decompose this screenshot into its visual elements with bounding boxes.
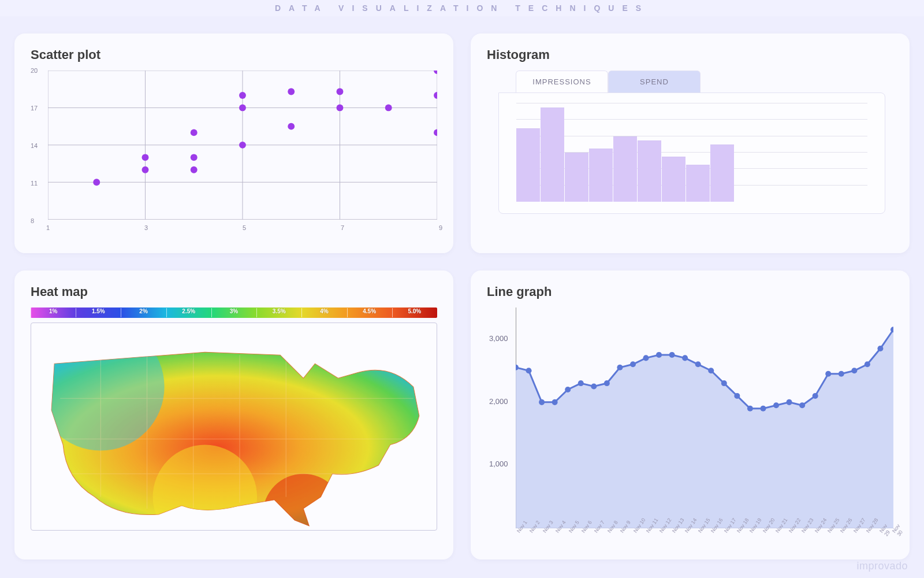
line-point xyxy=(839,371,844,377)
page-title: DATA VISUALIZATION TECHNIQUES xyxy=(0,0,924,16)
line-point xyxy=(773,402,779,408)
line-point xyxy=(565,387,571,392)
scatter-point xyxy=(239,142,246,149)
scatter-point xyxy=(142,154,149,161)
line-point xyxy=(787,399,792,405)
histogram-bar xyxy=(613,136,637,202)
histogram-tabs: IMPRESSIONS SPEND xyxy=(516,71,893,92)
histogram-bars xyxy=(516,103,735,202)
scatter-ytick: 20 xyxy=(31,67,38,74)
histogram-bar xyxy=(662,157,685,202)
scatter-point xyxy=(337,88,344,95)
brand-watermark: improvado xyxy=(856,560,908,572)
scatter-point xyxy=(434,129,437,136)
scatter-xtick: 9 xyxy=(439,224,442,231)
histogram-bar xyxy=(589,149,613,202)
legend-stop: 4% xyxy=(301,307,346,318)
scatter-point xyxy=(288,88,295,95)
line-plot: 1,0002,0003,000 Nov 1Nov 2Nov 3Nov 4Nov … xyxy=(487,307,893,544)
scatter-point xyxy=(434,92,437,99)
legend-stop: 3.5% xyxy=(256,307,301,318)
line-area xyxy=(516,329,893,528)
line-point xyxy=(825,371,831,377)
scatter-ytick: 14 xyxy=(31,142,38,149)
scatter-point xyxy=(239,92,246,99)
legend-stop: 1.5% xyxy=(76,307,121,318)
line-point xyxy=(578,380,584,386)
chart-grid: Scatter plot 81114172013579 Histogram IM… xyxy=(0,16,924,578)
histogram-bar xyxy=(638,140,661,202)
legend-stop: 2% xyxy=(121,307,166,318)
histogram-bar xyxy=(565,153,588,202)
scatter-xtick: 5 xyxy=(243,224,246,231)
card-linegraph: Line graph 1,0002,0003,000 Nov 1Nov 2Nov… xyxy=(471,271,910,560)
line-ytick: 1,000 xyxy=(489,460,508,468)
heatmap-title: Heat map xyxy=(31,284,437,299)
scatter-ytick: 17 xyxy=(31,105,38,112)
scatter-xtick: 1 xyxy=(46,224,50,231)
scatter-plot: 81114172013579 xyxy=(31,71,437,238)
card-scatter: Scatter plot 81114172013579 xyxy=(14,34,453,253)
card-heatmap: Heat map 1%1.5%2%2.5%3%3.5%4%4.5%5.0% xyxy=(14,271,453,560)
scatter-ytick: 8 xyxy=(31,217,34,224)
scatter-point xyxy=(434,71,437,74)
us-map-svg xyxy=(31,323,437,531)
tab-spend[interactable]: SPEND xyxy=(608,71,701,92)
histogram-bar xyxy=(541,108,564,202)
line-point xyxy=(682,355,688,361)
histogram-bar xyxy=(710,144,734,202)
line-point xyxy=(591,384,597,390)
scatter-xtick: 3 xyxy=(144,224,148,231)
line-point xyxy=(617,365,623,370)
scatter-point xyxy=(337,104,344,111)
histogram-box xyxy=(498,92,885,214)
scatter-point xyxy=(142,166,149,173)
scatter-point xyxy=(239,104,246,111)
scatter-point xyxy=(385,104,392,111)
tab-impressions[interactable]: IMPRESSIONS xyxy=(516,71,608,92)
line-point xyxy=(643,355,649,361)
line-point xyxy=(552,399,558,405)
line-point xyxy=(865,361,870,367)
line-point xyxy=(604,380,610,386)
scatter-point xyxy=(288,123,295,130)
line-point xyxy=(630,361,636,367)
line-point xyxy=(539,399,545,405)
line-xtick: Nov 30 xyxy=(891,523,910,540)
line-ytick: 2,000 xyxy=(489,397,508,406)
line-svg xyxy=(516,307,893,528)
line-point xyxy=(656,352,662,358)
scatter-point xyxy=(191,166,198,173)
line-point xyxy=(813,393,818,399)
line-ytick: 3,000 xyxy=(489,334,508,343)
line-point xyxy=(799,402,805,408)
legend-stop: 1% xyxy=(31,307,76,318)
scatter-point xyxy=(191,154,198,161)
histogram-bar xyxy=(516,128,540,202)
line-point xyxy=(851,368,857,373)
scatter-title: Scatter plot xyxy=(31,47,437,62)
line-point xyxy=(734,393,740,399)
line-point xyxy=(708,368,714,373)
legend-stop: 2.5% xyxy=(166,307,211,318)
heatmap-map xyxy=(31,323,437,531)
scatter-svg xyxy=(48,71,437,220)
line-point xyxy=(669,352,675,358)
line-point xyxy=(877,346,883,351)
legend-stop: 3% xyxy=(211,307,256,318)
heatmap-legend: 1%1.5%2%2.5%3%3.5%4%4.5%5.0% xyxy=(31,307,437,318)
linegraph-title: Line graph xyxy=(487,284,893,299)
line-point xyxy=(891,327,893,332)
card-histogram: Histogram IMPRESSIONS SPEND xyxy=(471,34,910,253)
legend-stop: 5.0% xyxy=(392,307,437,318)
line-point xyxy=(721,380,727,386)
line-point xyxy=(695,361,701,367)
line-point xyxy=(760,406,766,412)
line-point xyxy=(526,368,532,373)
line-point xyxy=(747,406,753,412)
histogram-title: Histogram xyxy=(487,47,893,62)
scatter-point xyxy=(93,179,100,186)
legend-stop: 4.5% xyxy=(347,307,392,318)
scatter-xtick: 7 xyxy=(341,224,344,231)
scatter-point xyxy=(191,129,198,136)
